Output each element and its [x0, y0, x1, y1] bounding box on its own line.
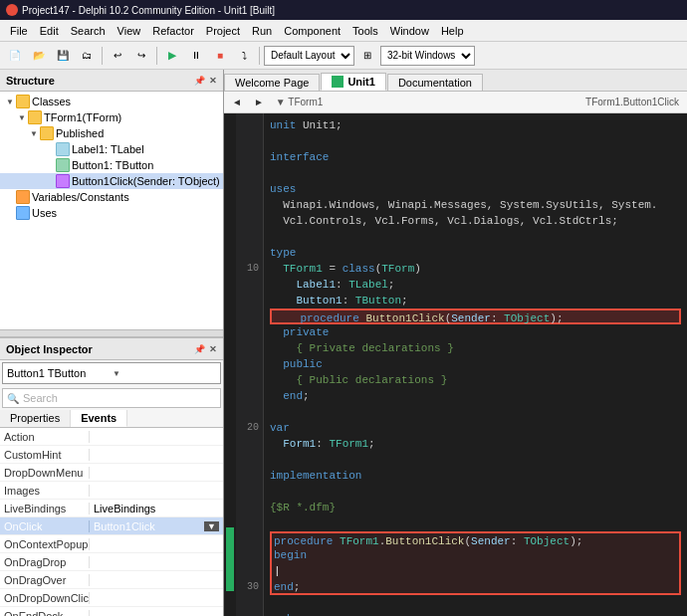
undo-btn[interactable]: ↩ [107, 45, 128, 67]
tree-label: Button1: TButton [72, 159, 153, 171]
onclick-dropdown[interactable]: ▼ [204, 521, 219, 531]
prop-ondragdrop[interactable]: OnDragDrop [0, 553, 223, 571]
menu-refactor[interactable]: Refactor [146, 23, 200, 39]
tree-arrow: ▼ [16, 113, 28, 122]
save-btn[interactable]: 💾 [52, 45, 74, 67]
tree-button1click[interactable]: Button1Click(Sender: TObject) [0, 173, 223, 189]
nav-arrow-left[interactable]: ◄ [228, 96, 246, 108]
tree-uses[interactable]: Uses [0, 205, 223, 221]
oi-selector[interactable]: Button1 TButton ▼ [2, 362, 221, 384]
stop-btn[interactable]: ■ [209, 45, 231, 67]
nav-method[interactable]: TForm1.Button1Click [581, 97, 683, 107]
close-icon[interactable]: ✕ [209, 344, 217, 354]
ln [236, 133, 259, 149]
ln [236, 547, 259, 563]
menu-edit[interactable]: Edit [34, 23, 65, 39]
code-line [270, 484, 681, 500]
code-line: end. [270, 611, 681, 616]
nav-arrow-right[interactable]: ► [250, 96, 268, 108]
prop-ondropdownclick[interactable]: OnDropDownClick [0, 589, 223, 607]
close-icon[interactable]: ✕ [209, 76, 217, 86]
menu-window[interactable]: Window [384, 23, 435, 39]
prop-onclick[interactable]: OnClick Button1Click ▼ [0, 517, 223, 535]
tree-published[interactable]: ▼ Published [0, 125, 223, 141]
step-btn[interactable]: ⤵ [233, 45, 255, 67]
ln [236, 356, 259, 372]
tab-documentation[interactable]: Documentation [387, 74, 483, 91]
tree-label1[interactable]: Label1: TLabel [0, 141, 223, 157]
title-bar-text: Project147 - Delphi 10.2 Community Editi… [22, 5, 275, 16]
prop-livebindings[interactable]: LiveBindings LiveBindings [0, 500, 223, 517]
pin-icon[interactable]: 📌 [194, 76, 205, 86]
ln [236, 308, 259, 324]
run-btn[interactable]: ▶ [161, 45, 183, 67]
code-content[interactable]: unit Unit1; interface uses Winapi.Window… [264, 113, 687, 616]
menu-run[interactable]: Run [246, 23, 278, 39]
ln [236, 181, 259, 197]
menu-project[interactable]: Project [200, 23, 246, 39]
code-line: { Private declarations } [270, 340, 681, 356]
prop-images[interactable]: Images [0, 482, 223, 500]
pin-icon[interactable]: 📌 [194, 344, 205, 354]
sep2 [156, 47, 157, 65]
ln [236, 245, 259, 261]
open-btn[interactable]: 📂 [28, 45, 50, 67]
menu-component[interactable]: Component [278, 23, 346, 39]
prop-name-oncontextpopup: OnContextPopup [0, 538, 90, 550]
editor-tabs: Welcome Page Unit1 Documentation [224, 70, 687, 92]
code-line [270, 229, 681, 245]
menu-tools[interactable]: Tools [346, 23, 384, 39]
ln [236, 468, 259, 484]
new-btn[interactable]: 📄 [4, 45, 26, 67]
onclick-value: Button1Click [94, 520, 155, 532]
code-area[interactable]: 10 20 [224, 113, 687, 616]
nav-class[interactable]: ▼ TForm1 [272, 97, 328, 107]
prop-name-action: Action [0, 431, 90, 443]
object-inspector: Object Inspector 📌 ✕ Button1 TButton ▼ 🔍… [0, 337, 223, 616]
redo-btn[interactable]: ↪ [130, 45, 152, 67]
ln [236, 197, 259, 213]
menu-view[interactable]: View [112, 23, 147, 39]
green-marker-2 [226, 543, 234, 559]
tree-variables[interactable]: Variables/Constants [0, 189, 223, 205]
code-line-proc-start: procedure TForm1.Button1Click(Sender: TO… [270, 531, 681, 547]
menu-search[interactable]: Search [65, 23, 112, 39]
ln [236, 595, 259, 611]
menu-help[interactable]: Help [435, 23, 470, 39]
prop-oncontextpopup[interactable]: OnContextPopup [0, 535, 223, 553]
tab-properties[interactable]: Properties [0, 410, 71, 427]
code-line: Button1: TButton; [270, 293, 681, 308]
tree-button1[interactable]: Button1: TButton [0, 157, 223, 173]
save-all-btn[interactable]: 🗂 [76, 45, 98, 67]
tab-events[interactable]: Events [71, 410, 127, 427]
prop-customhint[interactable]: CustomHint [0, 446, 223, 464]
tab-welcome[interactable]: Welcome Page [224, 74, 320, 91]
ln: 20 [236, 420, 259, 436]
ln [236, 324, 259, 340]
code-line: Form1: TForm1; [270, 436, 681, 452]
pause-btn[interactable]: ⏸ [185, 45, 207, 67]
tree-classes[interactable]: ▼ Classes [0, 94, 223, 109]
green-marker-4 [226, 575, 234, 591]
layout-select[interactable]: Default Layout [264, 46, 354, 66]
code-line-proc: begin [270, 547, 681, 563]
ln [236, 117, 259, 133]
tab-unit1-label: Unit1 [347, 76, 375, 88]
code-line: unit Unit1; [270, 117, 681, 133]
tree-tform1[interactable]: ▼ TForm1(TForm) [0, 109, 223, 125]
menu-file[interactable]: File [4, 23, 34, 39]
prop-onenddock[interactable]: OnEndDock [0, 607, 223, 616]
code-line: public [270, 356, 681, 372]
code-line [270, 404, 681, 420]
ln: 30 [236, 579, 259, 595]
prop-dropdownmenu[interactable]: DropDownMenu [0, 464, 223, 482]
tab-unit1[interactable]: Unit1 [321, 73, 386, 91]
ln [236, 229, 259, 245]
platform-select[interactable]: 32-bit Windows [380, 46, 475, 66]
prop-action[interactable]: Action [0, 428, 223, 446]
oi-search-box[interactable]: 🔍 Search [2, 388, 221, 408]
tree-label: Classes [32, 96, 71, 107]
ln [236, 372, 259, 388]
prop-ondragover[interactable]: OnDragOver [0, 571, 223, 589]
layout-save-btn[interactable]: ⊞ [356, 45, 378, 67]
